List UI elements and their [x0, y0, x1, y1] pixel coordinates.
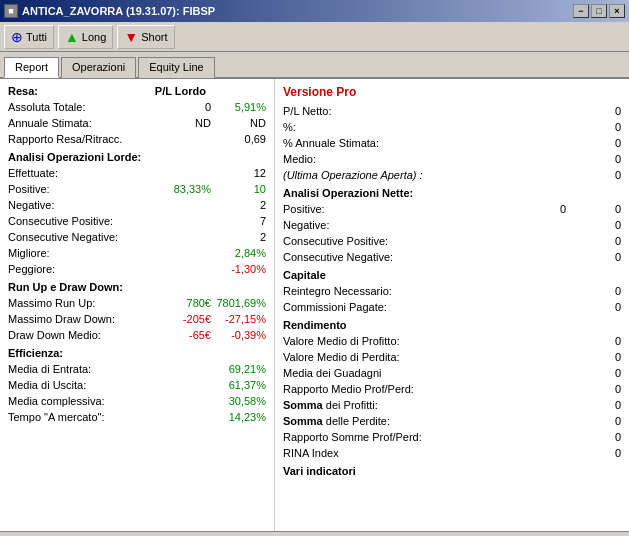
peggiore-label: Peggiore:: [8, 261, 206, 277]
massimo-drawdown-row: Massimo Draw Down: -205€ -27,15%: [8, 311, 266, 327]
annuale-val2: ND: [211, 115, 266, 131]
resa-label: Resa:: [8, 85, 146, 97]
media-complessiva-row: Media complessiva: 30,58%: [8, 393, 266, 409]
effettuate-label: Effettuate:: [8, 165, 206, 181]
short-button[interactable]: ▼ Short: [117, 25, 174, 49]
long-icon: ▲: [65, 29, 79, 45]
massimo-runup-row: Massimo Run Up: 780€ 7801,69%: [8, 295, 266, 311]
pct-label: %:: [283, 119, 561, 135]
pct-row: %: 0: [283, 119, 621, 135]
consec-neg-nette-row: Consecutive Negative: 0: [283, 249, 621, 265]
reintegro-row: Reintegro Necessario: 0: [283, 283, 621, 299]
media-entrata-row: Media di Entrata: 69,21%: [8, 361, 266, 377]
maximize-button[interactable]: □: [591, 4, 607, 18]
annuale-stimata-row: Annuale Stimata: ND ND: [8, 115, 266, 131]
media-uscita-label: Media di Uscita:: [8, 377, 206, 393]
vari-indicatori-title: Vari indicatori: [283, 465, 621, 477]
positive-pct: 83,33%: [156, 181, 211, 197]
positive-val: 10: [211, 181, 266, 197]
tab-report[interactable]: Report: [4, 57, 59, 78]
massimo-runup-val2: 7801,69%: [211, 295, 266, 311]
empty-header: [206, 85, 266, 97]
pl-lordo-header: P/L Lordo: [146, 85, 206, 97]
reintegro-label: Reintegro Necessario:: [283, 283, 561, 299]
commissioni-row: Commissioni Pagate: 0: [283, 299, 621, 315]
massimo-runup-label: Massimo Run Up:: [8, 295, 156, 311]
somma-perdite-row: Somma delle Perdite: 0: [283, 413, 621, 429]
rapporto-medio-val: 0: [561, 381, 621, 397]
medio-val: 0: [561, 151, 621, 167]
rina-val: 0: [561, 445, 621, 461]
ultima-label: (Ultima Operazione Aperta) :: [283, 167, 561, 183]
main-content: Resa: P/L Lordo Assoluta Totale: 0 5,91%…: [0, 79, 629, 531]
val-profitto-val: 0: [561, 333, 621, 349]
resa-header: Resa: P/L Lordo: [8, 85, 266, 97]
val-profitto-row: Valore Medio di Profitto: 0: [283, 333, 621, 349]
analisi-nette-title: Analisi Operazioni Nette:: [283, 187, 621, 199]
drawdown-medio-row: Draw Down Medio: -65€ -0,39%: [8, 327, 266, 343]
assoluta-label: Assoluta Totale:: [8, 99, 156, 115]
media-uscita-row: Media di Uscita: 61,37%: [8, 377, 266, 393]
pct-annuale-row: % Annuale Stimata: 0: [283, 135, 621, 151]
migliore-label: Migliore:: [8, 245, 206, 261]
tutti-button[interactable]: ⊕ Tutti: [4, 25, 54, 49]
rina-row: RINA Index 0: [283, 445, 621, 461]
assoluta-totale-row: Assoluta Totale: 0 5,91%: [8, 99, 266, 115]
rapporto-somme-label: Rapporto Somme Prof/Perd:: [283, 429, 561, 445]
massimo-drawdown-val1: -205€: [156, 311, 211, 327]
reintegro-val: 0: [561, 283, 621, 299]
tempo-mercato-label: Tempo "A mercato":: [8, 409, 206, 425]
rapporto-label: Rapporto Resa/Ritracc.: [8, 131, 206, 147]
consec-positive-row: Consecutive Positive: 7: [8, 213, 266, 229]
media-entrata-val: 69,21%: [206, 361, 266, 377]
tempo-mercato-row: Tempo "A mercato": 14,23%: [8, 409, 266, 425]
positive-nette-val2: 0: [566, 201, 621, 217]
rapporto-somme-val: 0: [561, 429, 621, 445]
val-perdita-val: 0: [561, 349, 621, 365]
close-button[interactable]: ×: [609, 4, 625, 18]
ultima-val: 0: [561, 167, 621, 183]
tab-operazioni[interactable]: Operazioni: [61, 57, 136, 78]
rapporto-somme-row: Rapporto Somme Prof/Perd: 0: [283, 429, 621, 445]
minimize-button[interactable]: −: [573, 4, 589, 18]
media-guadagni-row: Media dei Guadagni 0: [283, 365, 621, 381]
massimo-drawdown-val2: -27,15%: [211, 311, 266, 327]
media-complessiva-label: Media complessiva:: [8, 393, 206, 409]
long-button[interactable]: ▲ Long: [58, 25, 113, 49]
pl-netto-row: P/L Netto: 0: [283, 103, 621, 119]
ultima-row: (Ultima Operazione Aperta) : 0: [283, 167, 621, 183]
positive-row: Positive: 83,33% 10: [8, 181, 266, 197]
short-label: Short: [141, 31, 167, 43]
negative-val: 2: [206, 197, 266, 213]
peggiore-val: -1,30%: [206, 261, 266, 277]
consec-positive-val: 7: [206, 213, 266, 229]
tab-equity-line[interactable]: Equity Line: [138, 57, 214, 78]
consec-negative-row: Consecutive Negative: 2: [8, 229, 266, 245]
pl-netto-val: 0: [561, 103, 621, 119]
drawdown-medio-val2: -0,39%: [211, 327, 266, 343]
pct-annuale-val: 0: [561, 135, 621, 151]
consec-negative-val: 2: [206, 229, 266, 245]
media-entrata-label: Media di Entrata:: [8, 361, 206, 377]
negative-nette-label: Negative:: [283, 217, 561, 233]
pl-netto-label: P/L Netto:: [283, 103, 561, 119]
massimo-runup-val1: 780€: [156, 295, 211, 311]
annuale-label: Annuale Stimata:: [8, 115, 156, 131]
consec-pos-nette-row: Consecutive Positive: 0: [283, 233, 621, 249]
rendimento-title: Rendimento: [283, 319, 621, 331]
medio-row: Medio: 0: [283, 151, 621, 167]
pct-val: 0: [561, 119, 621, 135]
rapporto-row: Rapporto Resa/Ritracc. 0,69: [8, 131, 266, 147]
consec-positive-label: Consecutive Positive:: [8, 213, 206, 229]
effettuate-val: 12: [206, 165, 266, 181]
tutti-icon: ⊕: [11, 29, 23, 45]
assoluta-val2: 5,91%: [211, 99, 266, 115]
positive-nette-row: Positive: 0 0: [283, 201, 621, 217]
somma-perdite-val: 0: [561, 413, 621, 429]
consec-pos-nette-val: 0: [561, 233, 621, 249]
left-panel: Resa: P/L Lordo Assoluta Totale: 0 5,91%…: [0, 79, 275, 531]
title-bar: ■ ANTICA_ZAVORRA (19.31.07): FIBSP − □ ×: [0, 0, 629, 22]
versione-pro-title: Versione Pro: [283, 85, 621, 99]
media-complessiva-val: 30,58%: [206, 393, 266, 409]
toolbar: ⊕ Tutti ▲ Long ▼ Short: [0, 22, 629, 52]
